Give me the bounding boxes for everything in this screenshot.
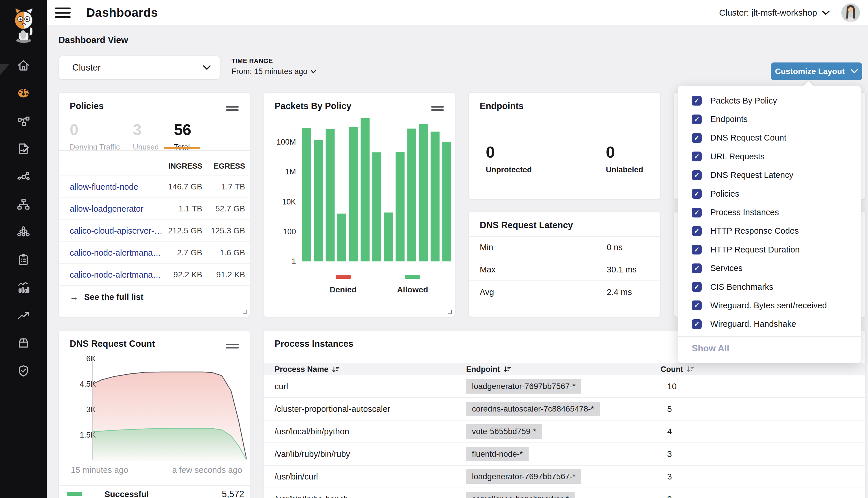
policy-ingress: 146.7 GB <box>168 182 202 192</box>
policy-link[interactable]: calico-node-alertmana… <box>70 270 161 280</box>
process-name: /var/lib/ruby/bin/ruby <box>275 449 350 459</box>
endpoint-chip[interactable]: compliance-benchmarker-* <box>466 492 574 498</box>
process-card-title: Process Instances <box>275 339 353 349</box>
endpoint-chip[interactable]: loadgenerator-7697bb7567-* <box>466 469 581 484</box>
bar-allowed <box>419 124 428 261</box>
policy-row: calico-node-alertmana…2.7 GB1.6 GB <box>59 242 250 264</box>
drag-handle-icon[interactable] <box>226 104 239 113</box>
drag-handle-icon[interactable] <box>431 104 444 113</box>
area-successful <box>92 428 247 460</box>
policy-link[interactable]: calico-cloud-apiserver-… <box>70 226 163 236</box>
policy-editor-icon <box>16 142 30 156</box>
policy-link[interactable]: calico-node-alertmana… <box>70 248 161 258</box>
sort-header-process-name[interactable]: Process Name <box>275 365 339 374</box>
policies-stat-unused[interactable]: 3 Unused <box>133 122 159 152</box>
endpoint-chip[interactable]: vote-5655bd759-* <box>466 424 542 439</box>
bar-allowed <box>430 132 440 261</box>
menu-item[interactable]: ✓Services <box>678 259 861 278</box>
menu-item[interactable]: ✓CIS Benchmarks <box>678 278 861 296</box>
checkbox-checked-icon[interactable]: ✓ <box>692 189 702 199</box>
sidebar-item-endpoints-cluster[interactable] <box>0 218 47 246</box>
show-all-link[interactable]: Show All <box>692 343 729 354</box>
see-full-list-link[interactable]: → See the full list <box>70 286 143 308</box>
process-name: /cluster-proportional-autoscaler <box>275 404 390 414</box>
sidebar-item-home[interactable] <box>0 52 47 79</box>
policy-link[interactable]: allow-loadgenerator <box>70 204 143 214</box>
checkbox-checked-icon[interactable]: ✓ <box>692 115 702 124</box>
cluster-switcher-label: Cluster: jlt-msft-workshop <box>719 8 817 18</box>
policies-stat-denying[interactable]: 0 Denying Traffic <box>70 122 120 152</box>
ytick-label: 1M <box>263 168 296 176</box>
checkbox-checked-icon[interactable]: ✓ <box>692 226 702 236</box>
endpoint-chip[interactable]: coredns-autoscaler-7c88465478-* <box>466 402 600 416</box>
legend-denied[interactable]: Denied <box>327 275 359 294</box>
graph-nodes-icon <box>16 169 30 183</box>
dns-legend-row[interactable]: Successful 5,572 <box>59 485 250 498</box>
process-count: 10 <box>667 382 676 391</box>
dashboard-view-label: Dashboard View <box>59 35 128 45</box>
endpoints-card-title: Endpoints <box>480 101 524 112</box>
time-range-value[interactable]: From: 15 minutes ago <box>232 67 316 76</box>
menu-item[interactable]: ✓URL Requests <box>678 147 861 166</box>
resize-grip-icon[interactable] <box>447 310 452 314</box>
avatar[interactable] <box>841 3 860 22</box>
menu-item[interactable]: ✓Endpoints <box>678 110 861 128</box>
resize-grip-icon[interactable] <box>242 310 247 314</box>
customize-layout-button[interactable]: Customize Layout <box>771 63 862 80</box>
policy-ingress: 2.7 GB <box>177 248 202 258</box>
sort-header-count[interactable]: Count <box>661 365 694 374</box>
process-name: /usr/bin/kube-bench <box>275 495 348 498</box>
hamburger-menu-icon[interactable] <box>55 5 70 21</box>
checkbox-checked-icon[interactable]: ✓ <box>692 133 702 143</box>
checkbox-checked-icon[interactable]: ✓ <box>692 152 702 161</box>
endpoint-chip[interactable]: loadgenerator-7697bb7567-* <box>466 379 581 394</box>
checkbox-checked-icon[interactable]: ✓ <box>692 282 702 292</box>
menu-item[interactable]: ✓DNS Request Count <box>678 129 861 147</box>
process-row: /usr/bin/curlloadgenerator-7697bb7567-*3 <box>263 466 865 488</box>
policy-link[interactable]: allow-fluentd-node <box>70 182 138 192</box>
menu-item-label: DNS Request Count <box>710 133 787 143</box>
checkbox-checked-icon[interactable]: ✓ <box>692 319 702 329</box>
menu-item-label: Wireguard. Bytes sent/received <box>710 301 827 310</box>
sidebar-item-clipboard-list[interactable] <box>0 246 47 274</box>
menu-item[interactable]: ✓Policies <box>678 184 861 203</box>
checkbox-checked-icon[interactable]: ✓ <box>692 96 702 106</box>
menu-item[interactable]: ✓HTTP Request Duration <box>678 240 861 259</box>
endpoints-stat-unlabeled: 0 Unlabeled <box>606 143 643 174</box>
checkbox-checked-icon[interactable]: ✓ <box>692 170 702 180</box>
menu-item[interactable]: ✓DNS Request Latency <box>678 166 861 184</box>
menu-item[interactable]: ✓HTTP Response Codes <box>678 222 861 240</box>
checkbox-checked-icon[interactable]: ✓ <box>692 301 702 310</box>
menu-item[interactable]: ✓Wireguard. Handshake <box>678 315 861 333</box>
package-box-icon <box>16 336 30 350</box>
sidebar-item-trend-arrow[interactable] <box>0 301 47 329</box>
sidebar-item-package-box[interactable] <box>0 329 47 357</box>
topbar: Dashboards Cluster: jlt-msft-workshop <box>47 0 868 26</box>
cluster-switcher[interactable]: Cluster: jlt-msft-workshop <box>719 8 830 18</box>
menu-item[interactable]: ✓Packets By Policy <box>678 91 861 110</box>
dashboard-view-select[interactable]: Cluster <box>59 55 220 80</box>
dashboard-gauge-icon <box>16 86 30 100</box>
sidebar-item-org-chart[interactable] <box>0 190 47 218</box>
sidebar-item-shield-check[interactable] <box>0 357 47 385</box>
checkbox-checked-icon[interactable]: ✓ <box>692 208 702 218</box>
sidebar-item-service-graph[interactable] <box>0 107 47 135</box>
sidebar-item-dashboard-gauge[interactable] <box>0 79 47 107</box>
sidebar-item-policy-editor[interactable] <box>0 135 47 162</box>
home-icon <box>16 58 30 72</box>
menu-item[interactable]: ✓Wireguard. Bytes sent/received <box>678 296 861 315</box>
checkbox-checked-icon[interactable]: ✓ <box>692 263 702 273</box>
endpoint-chip[interactable]: fluentd-node-* <box>466 447 529 461</box>
menu-item-label: Policies <box>710 189 739 199</box>
policy-egress: 1.7 TB <box>221 182 245 192</box>
org-chart-icon <box>16 197 30 211</box>
drag-handle-icon[interactable] <box>226 342 239 350</box>
checkbox-checked-icon[interactable]: ✓ <box>692 245 702 254</box>
sort-header-endpoint[interactable]: Endpoint <box>466 365 511 374</box>
sidebar-item-chart-bars[interactable] <box>0 274 47 301</box>
active-tab-indicator <box>164 147 200 149</box>
sidebar-item-graph-nodes[interactable] <box>0 162 47 190</box>
legend-allowed[interactable]: Allowed <box>395 275 430 294</box>
menu-item[interactable]: ✓Process Instances <box>678 203 861 222</box>
process-count: 5 <box>667 404 672 414</box>
